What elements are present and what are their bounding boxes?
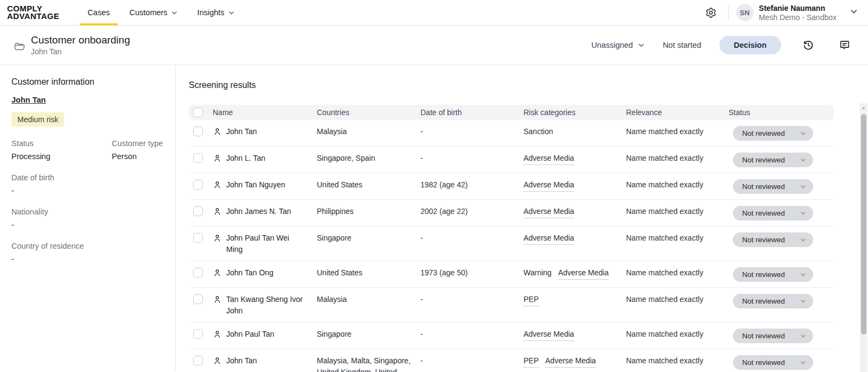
field-status: Status Processing bbox=[11, 139, 112, 161]
risk-badge: Medium risk bbox=[11, 112, 64, 127]
sidebar-heading: Customer information bbox=[11, 77, 164, 87]
match-countries: Singapore bbox=[317, 329, 420, 340]
row-checkbox[interactable] bbox=[193, 268, 203, 278]
risk-tag[interactable]: PEP bbox=[524, 355, 539, 368]
status-dropdown-label: Not reviewed bbox=[742, 234, 785, 245]
row-checkbox[interactable] bbox=[193, 153, 203, 163]
table-row[interactable]: John TanMalaysia-SanctionName matched ex… bbox=[189, 120, 834, 147]
match-relevance: Name matched exactly bbox=[626, 294, 729, 305]
scroll-up-arrow-icon[interactable]: ▲ bbox=[860, 103, 867, 112]
row-checkbox[interactable] bbox=[193, 180, 203, 190]
match-countries: Malaysia bbox=[317, 294, 420, 305]
risk-tag[interactable]: Adverse Media bbox=[524, 179, 574, 192]
vertical-scrollbar[interactable]: ▲ bbox=[860, 103, 867, 372]
risk-tag[interactable]: PEP bbox=[524, 294, 539, 306]
row-checkbox[interactable] bbox=[193, 356, 203, 365]
tab-insights[interactable]: Insights bbox=[190, 0, 242, 25]
status-dropdown-label: Not reviewed bbox=[742, 181, 785, 192]
table-row[interactable]: John Paul Tan Wei MingSingapore-Adverse … bbox=[189, 226, 834, 261]
tab-customers[interactable]: Customers bbox=[122, 0, 186, 25]
status-dropdown[interactable]: Not reviewed bbox=[733, 267, 813, 282]
status-dropdown[interactable]: Not reviewed bbox=[733, 294, 813, 308]
chevron-down-icon bbox=[850, 7, 858, 18]
column-header-dob: Date of birth bbox=[420, 108, 524, 117]
case-header: Customer onboarding John Tan Unassigned … bbox=[0, 26, 868, 65]
table-row[interactable]: John TanMalaysia, Malta, Singapore, Unit… bbox=[189, 349, 834, 372]
field-value: Person bbox=[112, 152, 164, 161]
row-checkbox[interactable] bbox=[193, 127, 203, 136]
decision-button[interactable]: Decision bbox=[719, 36, 781, 54]
row-checkbox[interactable] bbox=[193, 233, 203, 243]
table-row[interactable]: Tan Kwang Sheng Ivor JohnMalaysia-PEPNam… bbox=[189, 288, 834, 323]
risk-tag[interactable]: Adverse Media bbox=[545, 355, 596, 368]
select-all-checkbox[interactable] bbox=[193, 108, 203, 117]
match-relevance: Name matched exactly bbox=[626, 232, 729, 244]
field-label: Nationality bbox=[11, 207, 164, 216]
match-relevance: Name matched exactly bbox=[626, 206, 729, 217]
field-label: Status bbox=[11, 139, 112, 148]
risk-tag: Sanction bbox=[524, 126, 553, 137]
risk-categories: Adverse Media bbox=[524, 153, 626, 165]
chevron-down-icon bbox=[800, 183, 807, 190]
chevron-down-icon bbox=[800, 210, 807, 217]
history-button[interactable] bbox=[799, 36, 818, 54]
screening-results-panel: Screening results Name Countries Date of… bbox=[176, 65, 868, 371]
table-row[interactable]: John Paul TanSingapore-Adverse MediaName… bbox=[189, 323, 834, 349]
field-label: Country of residence bbox=[11, 242, 164, 250]
table-row[interactable]: John L. TanSingapore, Spain-Adverse Medi… bbox=[189, 147, 834, 173]
column-header-risk: Risk categories bbox=[524, 108, 626, 117]
customer-information-panel: Customer information John Tan Medium ris… bbox=[0, 65, 176, 371]
person-icon bbox=[213, 234, 222, 255]
risk-tag[interactable]: Adverse Media bbox=[524, 206, 574, 218]
table-row[interactable]: John James N. TanPhilippines2002 (age 22… bbox=[189, 200, 834, 226]
column-header-relevance: Relevance bbox=[626, 108, 729, 117]
match-dob: - bbox=[420, 329, 524, 340]
status-dropdown[interactable]: Not reviewed bbox=[733, 206, 813, 220]
chevron-down-icon bbox=[800, 271, 807, 278]
match-countries: Singapore bbox=[317, 232, 420, 244]
risk-tag[interactable]: Adverse Media bbox=[524, 153, 574, 165]
status-dropdown[interactable]: Not reviewed bbox=[733, 355, 813, 370]
tab-cases[interactable]: Cases bbox=[80, 0, 117, 25]
risk-tag[interactable]: Adverse Media bbox=[524, 232, 574, 245]
risk-tag[interactable]: Adverse Media bbox=[558, 267, 609, 280]
row-checkbox[interactable] bbox=[193, 206, 203, 216]
risk-tag[interactable]: Adverse Media bbox=[524, 329, 574, 341]
comments-button[interactable] bbox=[835, 36, 854, 54]
status-dropdown[interactable]: Not reviewed bbox=[733, 329, 813, 343]
chevron-down-icon bbox=[800, 236, 807, 243]
match-dob: 1982 (age 42) bbox=[420, 179, 524, 191]
assignee-dropdown[interactable]: Unassigned bbox=[591, 41, 645, 49]
screening-table: Name Countries Date of birth Risk catego… bbox=[189, 105, 834, 372]
screening-table-body: John TanMalaysia-SanctionName matched ex… bbox=[189, 120, 834, 372]
scrollbar-thumb[interactable] bbox=[861, 114, 866, 335]
field-label: Customer type bbox=[112, 139, 164, 148]
person-icon bbox=[213, 295, 222, 317]
table-row[interactable]: John Tan OngUnited States1973 (age 50)Wa… bbox=[189, 261, 834, 288]
field-country-of-residence: Country of residence - bbox=[11, 242, 164, 263]
table-row[interactable]: John Tan NguyenUnited States1982 (age 42… bbox=[189, 173, 834, 200]
status-dropdown-label: Not reviewed bbox=[742, 154, 785, 166]
risk-categories: Adverse Media bbox=[524, 329, 626, 341]
status-dropdown[interactable]: Not reviewed bbox=[733, 153, 813, 167]
match-relevance: Name matched exactly bbox=[626, 179, 729, 191]
match-relevance: Name matched exactly bbox=[626, 329, 729, 340]
match-relevance: Name matched exactly bbox=[626, 355, 729, 367]
section-title: Screening results bbox=[189, 80, 834, 90]
match-name: John Paul Tan Wei Ming bbox=[226, 232, 304, 255]
status-dropdown-label: Not reviewed bbox=[742, 207, 785, 219]
row-checkbox[interactable] bbox=[193, 329, 203, 339]
row-checkbox[interactable] bbox=[193, 294, 203, 304]
customer-link[interactable]: John Tan bbox=[11, 96, 46, 104]
chevron-down-icon bbox=[800, 156, 807, 163]
status-dropdown[interactable]: Not reviewed bbox=[733, 232, 813, 247]
user-menu[interactable]: SN Stefanie Naumann Mesh Demo - Sandbox bbox=[736, 3, 858, 22]
settings-button[interactable] bbox=[702, 3, 720, 22]
status-dropdown[interactable]: Not reviewed bbox=[733, 179, 813, 194]
user-name: Stefanie Naumann bbox=[759, 3, 837, 13]
complyadvantage-logo: COMPLY ADVANTAGE bbox=[7, 0, 59, 25]
risk-tag: Warning bbox=[524, 267, 552, 280]
status-dropdown[interactable]: Not reviewed bbox=[733, 126, 813, 141]
match-dob: - bbox=[420, 294, 524, 305]
match-countries: Malaysia bbox=[317, 126, 420, 137]
